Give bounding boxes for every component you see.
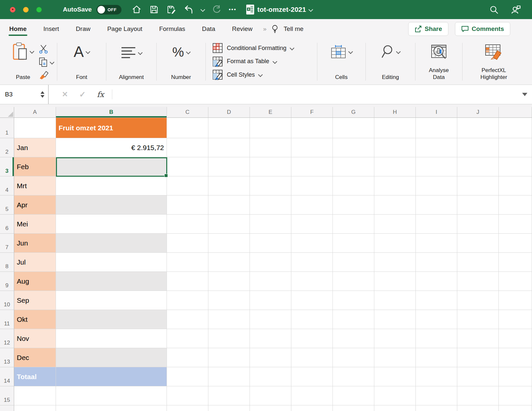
- zoom-button[interactable]: [36, 7, 42, 13]
- cell-a8[interactable]: Jul: [14, 253, 56, 272]
- cell-empty[interactable]: [374, 253, 416, 272]
- cell-empty[interactable]: [457, 215, 499, 234]
- cell-empty[interactable]: [416, 215, 457, 234]
- cell-a7[interactable]: Jun: [14, 234, 56, 253]
- cell-empty[interactable]: [208, 176, 250, 195]
- cell-empty[interactable]: [333, 234, 374, 253]
- cell-empty[interactable]: [416, 157, 457, 176]
- cell-a15[interactable]: [14, 386, 56, 405]
- cell-empty[interactable]: [499, 176, 532, 195]
- column-header-e[interactable]: E: [250, 107, 291, 118]
- cell-empty[interactable]: [374, 176, 416, 195]
- cancel-icon[interactable]: ✕: [62, 90, 68, 99]
- cell-empty[interactable]: [250, 157, 291, 176]
- cell-empty[interactable]: [457, 310, 499, 329]
- cell-empty[interactable]: [167, 310, 208, 329]
- cell-empty[interactable]: [208, 386, 250, 405]
- cell-empty[interactable]: [457, 253, 499, 272]
- column-header-h[interactable]: H: [374, 107, 416, 118]
- cell-empty[interactable]: [499, 195, 532, 215]
- cell-empty[interactable]: [499, 348, 532, 367]
- conditional-formatting-dropdown-icon[interactable]: [290, 46, 294, 50]
- cell-empty[interactable]: [208, 367, 250, 386]
- select-all-corner[interactable]: [0, 107, 14, 118]
- row-header-3[interactable]: 3: [0, 157, 14, 176]
- editing-dropdown-icon[interactable]: [396, 49, 401, 54]
- cell-empty[interactable]: [250, 234, 291, 253]
- row-header-13[interactable]: 13: [0, 348, 14, 367]
- column-header-c[interactable]: C: [167, 107, 208, 118]
- copy-button[interactable]: [39, 57, 54, 68]
- cell-empty[interactable]: [499, 157, 532, 176]
- copy-dropdown-icon[interactable]: [50, 60, 54, 64]
- cell-empty[interactable]: [333, 291, 374, 310]
- cell-empty[interactable]: [291, 234, 333, 253]
- cell-b5[interactable]: [56, 195, 167, 215]
- number-dropdown-icon[interactable]: [186, 50, 191, 54]
- cell-empty[interactable]: [457, 138, 499, 157]
- cell-empty[interactable]: [333, 386, 374, 405]
- cell-empty[interactable]: [457, 291, 499, 310]
- cell-a1[interactable]: [14, 118, 56, 138]
- cell-empty[interactable]: [250, 195, 291, 215]
- cell-empty[interactable]: [499, 138, 532, 157]
- cell-empty[interactable]: [499, 367, 532, 386]
- font-group[interactable]: A Font: [61, 39, 103, 85]
- cell-empty[interactable]: [416, 310, 457, 329]
- cell-empty[interactable]: [499, 215, 532, 234]
- undo-dropdown-icon[interactable]: [200, 7, 205, 12]
- paste-dropdown-icon[interactable]: [30, 49, 34, 54]
- cell-a3[interactable]: Feb: [14, 157, 56, 176]
- cell-empty[interactable]: [167, 215, 208, 234]
- cell-empty[interactable]: [499, 329, 532, 348]
- cell-b2[interactable]: € 2.915,72: [56, 138, 167, 157]
- home-icon[interactable]: [131, 4, 142, 15]
- minimize-button[interactable]: [23, 7, 29, 13]
- row-header-11[interactable]: 11: [0, 310, 14, 329]
- column-header-f[interactable]: F: [291, 107, 333, 118]
- cell-empty[interactable]: [250, 329, 291, 348]
- cells-group[interactable]: Cells: [321, 39, 362, 85]
- cell-b10[interactable]: [56, 291, 167, 310]
- cell-empty[interactable]: [457, 348, 499, 367]
- cell-empty[interactable]: [374, 405, 416, 411]
- cell-empty[interactable]: [374, 310, 416, 329]
- row-header-2[interactable]: 2: [0, 138, 14, 157]
- name-box[interactable]: B3: [0, 85, 49, 104]
- cell-empty[interactable]: [250, 310, 291, 329]
- cell-empty[interactable]: [333, 253, 374, 272]
- cell-empty[interactable]: [333, 157, 374, 176]
- cell-empty[interactable]: [208, 195, 250, 215]
- cell-empty[interactable]: [291, 253, 333, 272]
- row-header-12[interactable]: 12: [0, 329, 14, 348]
- cell-empty[interactable]: [167, 118, 208, 138]
- cell-empty[interactable]: [457, 118, 499, 138]
- row-header-6[interactable]: 6: [0, 215, 14, 234]
- spinner-up-icon[interactable]: [40, 91, 44, 94]
- cell-empty[interactable]: [374, 329, 416, 348]
- column-header-i[interactable]: I: [416, 107, 457, 118]
- cell-empty[interactable]: [250, 272, 291, 291]
- cell-empty[interactable]: [374, 367, 416, 386]
- cell-empty[interactable]: [250, 253, 291, 272]
- cell-empty[interactable]: [208, 272, 250, 291]
- cell-empty[interactable]: [374, 272, 416, 291]
- cell-empty[interactable]: [291, 367, 333, 386]
- cell-empty[interactable]: [416, 291, 457, 310]
- cell-empty[interactable]: [457, 272, 499, 291]
- insert-function-icon[interactable]: fx: [97, 90, 104, 99]
- cell-empty[interactable]: [333, 215, 374, 234]
- cell-empty[interactable]: [167, 234, 208, 253]
- cell-empty[interactable]: [457, 234, 499, 253]
- cell-a14[interactable]: Totaal: [14, 367, 56, 386]
- cell-empty[interactable]: [457, 329, 499, 348]
- cell-empty[interactable]: [416, 329, 457, 348]
- tab-page-layout[interactable]: Page Layout: [107, 21, 143, 37]
- cell-empty[interactable]: [167, 138, 208, 157]
- cell-empty[interactable]: [167, 272, 208, 291]
- column-header-d[interactable]: D: [208, 107, 250, 118]
- cell-empty[interactable]: [374, 386, 416, 405]
- cell-empty[interactable]: [333, 348, 374, 367]
- cell-empty[interactable]: [374, 118, 416, 138]
- cell-empty[interactable]: [167, 329, 208, 348]
